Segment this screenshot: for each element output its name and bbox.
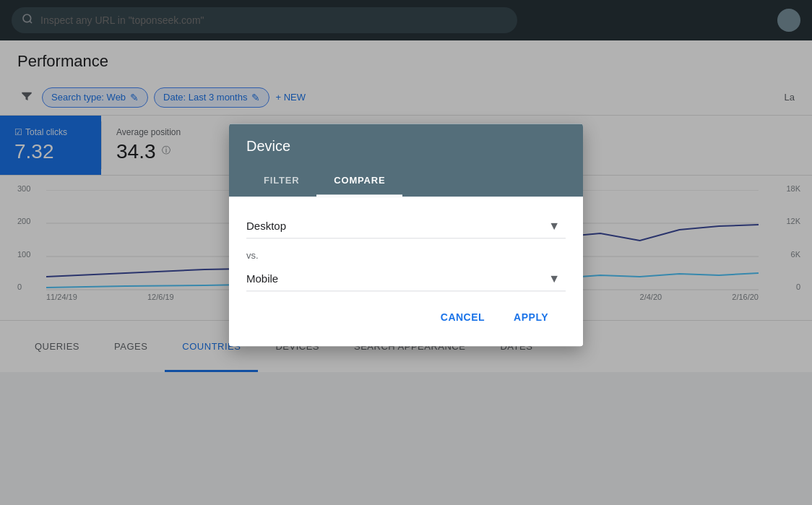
modal-body: Desktop Mobile Tablet ▼ vs. Desktop Mobi… (229, 197, 583, 346)
modal-header: Device FILTER COMPARE (229, 124, 583, 197)
modal-actions: CANCEL APPLY (246, 294, 566, 334)
tab-compare[interactable]: COMPARE (316, 166, 402, 197)
tab-filter[interactable]: FILTER (246, 166, 316, 197)
dropdown2-wrapper: Desktop Mobile Tablet ▼ (246, 267, 566, 291)
modal-title: Device (246, 138, 566, 155)
dropdown1-select[interactable]: Desktop Mobile Tablet (246, 214, 566, 238)
dropdown1-wrapper: Desktop Mobile Tablet ▼ (246, 214, 566, 238)
modal-tabs: FILTER COMPARE (246, 166, 566, 197)
apply-button[interactable]: APPLY (502, 306, 560, 329)
dropdown2-select[interactable]: Desktop Mobile Tablet (246, 267, 566, 291)
vs-label: vs. (246, 241, 566, 267)
cancel-button[interactable]: CANCEL (429, 306, 496, 329)
device-modal: Device FILTER COMPARE Desktop Mobile Tab… (229, 124, 583, 346)
